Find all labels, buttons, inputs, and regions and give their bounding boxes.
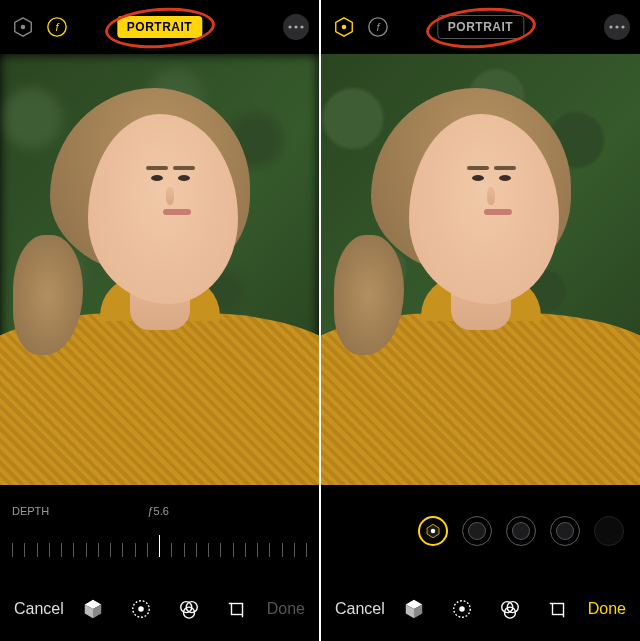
portrait-mode-pill[interactable]: PORTRAIT [437, 15, 524, 39]
lighting-studio[interactable] [462, 516, 492, 546]
adjust-dial-icon[interactable] [129, 597, 153, 621]
aperture-f-icon[interactable]: f [365, 14, 391, 40]
cancel-button[interactable]: Cancel [335, 600, 385, 618]
lighting-panel [321, 485, 640, 577]
portrait-mode-pill[interactable]: PORTRAIT [117, 16, 202, 38]
svg-rect-15 [232, 604, 243, 615]
svg-text:f: f [55, 21, 59, 33]
lighting-stage[interactable] [550, 516, 580, 546]
svg-text:f: f [376, 21, 380, 33]
bottom-bar: Cancel Done [321, 577, 640, 641]
right-screen: f PORTRAIT [321, 0, 640, 641]
depth-panel: DEPTH ƒ5.6 [0, 485, 319, 577]
svg-point-1 [21, 25, 26, 30]
svg-point-24 [431, 529, 436, 534]
svg-point-5 [294, 25, 297, 28]
cancel-button[interactable]: Cancel [14, 600, 64, 618]
depth-slider[interactable] [12, 523, 307, 557]
lighting-natural[interactable] [418, 516, 448, 546]
svg-point-21 [615, 25, 618, 28]
done-button[interactable]: Done [267, 600, 305, 618]
photo-preview[interactable] [0, 54, 319, 485]
filters-circles-icon[interactable] [177, 597, 201, 621]
top-bar: f PORTRAIT [0, 0, 319, 54]
bottom-bar: Cancel Done [0, 577, 319, 641]
more-icon[interactable] [604, 14, 630, 40]
live-hexagon-icon[interactable] [331, 14, 357, 40]
lighting-cube-icon[interactable] [81, 597, 105, 621]
aperture-f-icon[interactable]: f [44, 14, 70, 40]
svg-point-4 [288, 25, 291, 28]
tool-row [81, 597, 249, 621]
adjust-dial-icon[interactable] [450, 597, 474, 621]
depth-value: ƒ5.6 [147, 505, 168, 517]
depth-label: DEPTH [12, 505, 49, 517]
lighting-options[interactable] [333, 516, 628, 546]
filters-circles-icon[interactable] [498, 597, 522, 621]
svg-point-17 [342, 25, 347, 30]
crop-rotate-icon[interactable] [225, 597, 249, 621]
live-hexagon-icon[interactable] [10, 14, 36, 40]
portrait-subject [0, 54, 319, 485]
photo-preview[interactable] [321, 54, 640, 485]
crop-rotate-icon[interactable] [546, 597, 570, 621]
portrait-subject [321, 54, 640, 485]
svg-point-6 [300, 25, 303, 28]
done-button[interactable]: Done [588, 600, 626, 618]
depth-slider-thumb[interactable] [159, 535, 160, 557]
top-bar: f PORTRAIT [321, 0, 640, 54]
svg-point-11 [139, 606, 145, 612]
lighting-cube-icon[interactable] [402, 597, 426, 621]
svg-point-22 [621, 25, 624, 28]
lighting-stage-mono[interactable] [594, 516, 624, 546]
svg-rect-33 [553, 604, 564, 615]
tool-row [402, 597, 570, 621]
svg-point-29 [460, 606, 466, 612]
svg-point-20 [609, 25, 612, 28]
more-icon[interactable] [283, 14, 309, 40]
lighting-contour[interactable] [506, 516, 536, 546]
left-screen: f PORTRAIT DEPTH ƒ5.6 [0, 0, 319, 641]
